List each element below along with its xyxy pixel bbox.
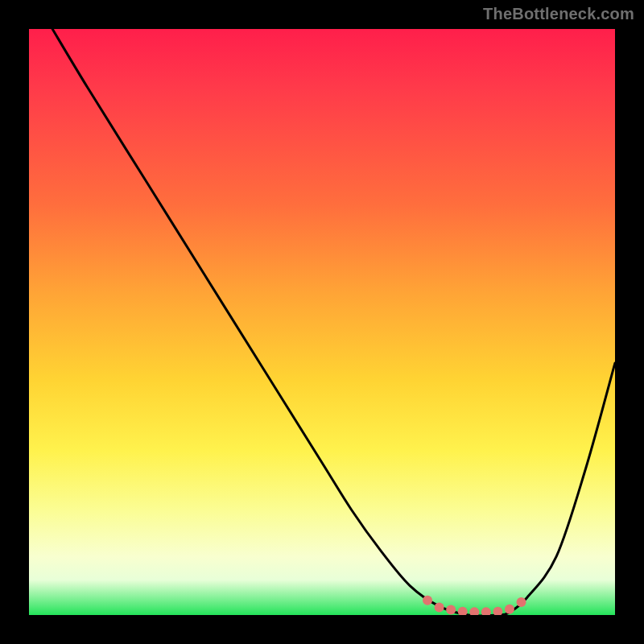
curve-layer bbox=[29, 29, 615, 615]
curve-marker bbox=[469, 607, 479, 615]
curve-marker bbox=[423, 596, 432, 605]
watermark-text: TheBottleneck.com bbox=[483, 5, 634, 23]
curve-marker bbox=[481, 607, 491, 615]
curve-marker bbox=[435, 603, 444, 613]
plot-area bbox=[29, 29, 615, 615]
chart-container: TheBottleneck.com bbox=[0, 0, 644, 644]
curve-marker bbox=[493, 607, 502, 615]
curve-marker bbox=[458, 607, 468, 615]
curve-marker bbox=[517, 597, 526, 607]
curve-path bbox=[52, 29, 615, 615]
curve-marker bbox=[505, 605, 514, 614]
curve-marker bbox=[446, 605, 456, 614]
